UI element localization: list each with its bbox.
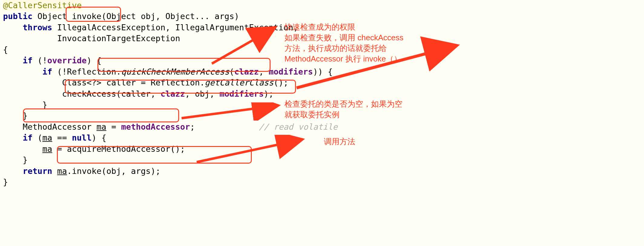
text: ( <box>33 133 43 142</box>
highlight-box-invoke <box>66 7 121 22</box>
kw-public: public <box>3 12 33 21</box>
field-override: override <box>47 56 87 65</box>
text: } <box>3 177 8 187</box>
kw-if: if <box>23 133 33 142</box>
kw-if: if <box>23 56 33 65</box>
kw-throws: throws <box>23 23 52 32</box>
text: InvocationTargetException <box>3 34 180 43</box>
comment-read-volatile: // read volatile <box>259 122 337 131</box>
highlight-box-return <box>57 146 252 164</box>
highlight-box-checkaccess <box>65 80 296 94</box>
text <box>52 166 57 176</box>
text: { <box>3 45 8 54</box>
text: )) { <box>313 67 333 76</box>
note-2: 检查委托的类是否为空，如果为空 就获取委托实例 <box>284 99 402 120</box>
text: == <box>52 133 72 142</box>
var-ma: ma <box>57 166 67 176</box>
text: .invoke(obj, args); <box>67 166 160 176</box>
text: ) { <box>92 133 107 142</box>
text: (Object obj, Object... args) <box>101 12 239 21</box>
note-3: 调用方法 <box>324 136 355 147</box>
field-modifiers: modifiers <box>269 67 313 76</box>
highlight-box-quickcheck <box>97 58 271 72</box>
field-methodaccessor: methodAccessor <box>121 122 190 131</box>
text: } <box>3 100 47 109</box>
kw-if: if <box>42 67 52 76</box>
var-ma: ma <box>42 144 52 154</box>
text: = <box>106 122 121 131</box>
var-ma: ma <box>42 133 52 142</box>
text: IllegalAccessException, IllegalArgumentE… <box>52 23 298 32</box>
highlight-box-methodaccessor <box>23 108 179 122</box>
note-1: 快速检查成为的权限 如果检查失败，调用 checkAccess 方法，执行成功的… <box>284 22 403 64</box>
var-ma: ma <box>97 122 107 131</box>
kw-return: return <box>23 166 52 176</box>
kw-null: null <box>72 133 92 142</box>
text: MethodAccessor <box>3 122 97 131</box>
text: (! <box>33 56 48 65</box>
text: ; <box>190 122 195 131</box>
text: } <box>3 155 28 165</box>
